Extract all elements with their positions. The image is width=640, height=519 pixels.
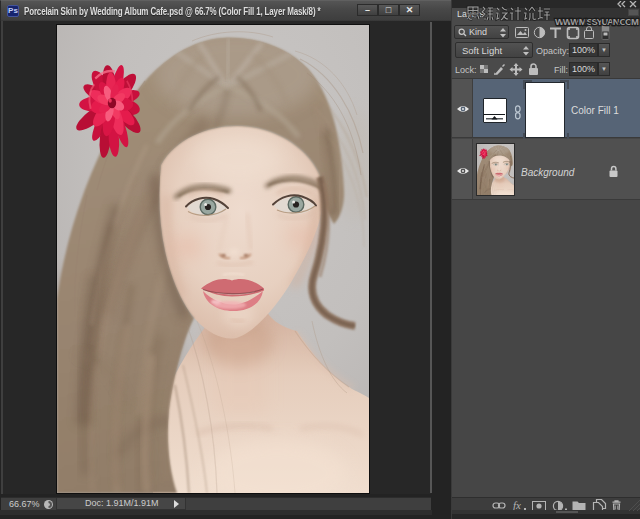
- svg-text:WWW.MISSYUAN.COM: WWW.MISSYUAN.COM: [555, 16, 639, 27]
